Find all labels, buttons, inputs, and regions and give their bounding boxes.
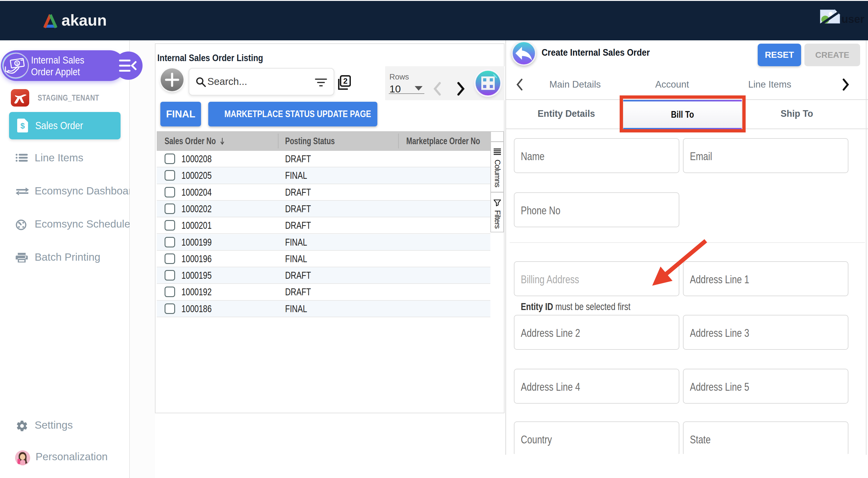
svg-text:$: $ [21, 121, 25, 130]
svg-text:2: 2 [343, 76, 347, 86]
